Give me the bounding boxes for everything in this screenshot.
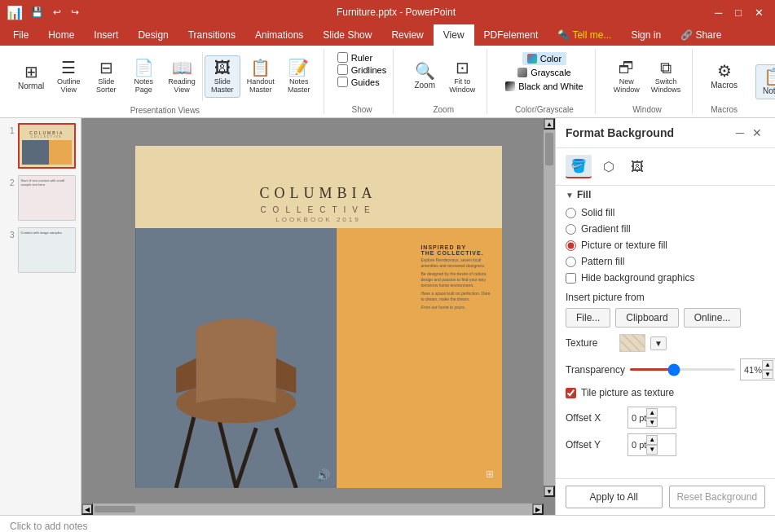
color-btn[interactable]: Color [522, 52, 566, 65]
offset-x-label: Offset X [566, 412, 623, 424]
slide-num-2: 2 [5, 178, 15, 221]
tab-file[interactable]: File [3, 24, 38, 46]
file-btn[interactable]: File... [566, 308, 610, 328]
reading-view-btn[interactable]: 📖 ReadingView [163, 56, 200, 97]
tab-review[interactable]: Review [381, 24, 433, 46]
slide-chair-bg: 🔊 [135, 228, 337, 488]
online-btn[interactable]: Online... [684, 308, 742, 328]
zoom-btn[interactable]: 🔍 Zoom [407, 59, 443, 93]
tab-animations[interactable]: Animations [245, 24, 313, 46]
reset-background-btn[interactable]: Reset Background [669, 486, 766, 508]
pattern-fill-radio[interactable] [566, 257, 576, 267]
solid-fill-radio[interactable] [566, 208, 576, 218]
transparency-up-btn[interactable]: ▲ [762, 360, 773, 370]
macros-btn[interactable]: ⚙ Macros [706, 59, 742, 93]
fill-section-header[interactable]: ▼ Fill [566, 189, 765, 200]
panel-footer: Apply to All Reset Background [556, 478, 775, 515]
macros-icon: ⚙ [717, 63, 732, 79]
offset-x-down-btn[interactable]: ▼ [646, 418, 658, 428]
apply-to-all-btn[interactable]: Apply to All [566, 486, 663, 508]
switch-windows-btn[interactable]: ⧉ SwitchWindows [646, 56, 686, 97]
scroll-left-btn[interactable]: ◀ [81, 503, 93, 515]
color-grayscale-group: Color Grayscale Black and White Color/Gr… [494, 49, 595, 114]
panel-minimize-btn[interactable]: ─ [733, 125, 747, 141]
notes-master-icon: 📝 [288, 59, 309, 76]
picture-texture-radio[interactable] [566, 240, 576, 251]
tab-design[interactable]: Design [128, 24, 178, 46]
gridlines-checkbox[interactable] [337, 64, 348, 75]
tab-tell-me[interactable]: 🔦 Tell me... [548, 24, 621, 46]
tile-picture-checkbox[interactable] [566, 388, 576, 398]
save-quick-btn[interactable]: 💾 [28, 5, 46, 20]
panel-close-btn[interactable]: ✕ [749, 125, 765, 141]
transparency-slider[interactable] [630, 368, 735, 371]
notes-ribbon-btn[interactable]: 📋 Notes [755, 64, 775, 99]
slide-thumb-3[interactable]: 3 Content with image samples [3, 226, 77, 275]
offset-y-spinner: ▲ ▼ [646, 435, 658, 454]
slide-canvas[interactable]: COLUMBIA COLLECTIVE LOOKBOOK 2019 [135, 146, 502, 488]
offset-y-row: Offset Y 0 pt ▲ ▼ [566, 433, 765, 455]
slide-sorter-btn[interactable]: ⊟ SlideSorter [88, 56, 124, 97]
zoom-icon: 🔍 [415, 63, 435, 79]
scroll-right-btn[interactable]: ▶ [532, 503, 544, 515]
offset-y-down-btn[interactable]: ▼ [646, 445, 658, 455]
scroll-down-btn[interactable]: ▼ [544, 486, 555, 497]
slide-the-collective: THE COLLECTIVE. [421, 250, 493, 256]
clipboard-btn[interactable]: Clipboard [615, 308, 678, 328]
scroll-up-btn[interactable]: ▲ [544, 118, 555, 130]
guides-checkbox[interactable] [337, 77, 348, 87]
fill-icon-btn[interactable]: 🪣 [566, 155, 592, 178]
slide-body-text-2: Be designed by the desire of culture, de… [421, 271, 493, 288]
undo-quick-btn[interactable]: ↩ [50, 5, 64, 20]
ribbon: File Home Insert Design Transitions Anim… [0, 24, 775, 118]
offset-y-up-btn[interactable]: ▲ [646, 435, 658, 445]
normal-view-btn[interactable]: ⊞ Normal [13, 60, 49, 94]
slide-subtitle: COLLECTIVE [135, 205, 502, 214]
hide-background-checkbox[interactable] [566, 273, 576, 284]
color-grayscale-label: Color/Grayscale [515, 103, 574, 114]
ruler-checkbox[interactable] [337, 52, 348, 63]
picture-icon-btn[interactable]: 🖼 [626, 155, 649, 178]
macros-group: ⚙ Macros Macros [699, 49, 749, 114]
ruler-checkbox-label[interactable]: Ruler [337, 52, 372, 63]
notes-bar: Click to add notes [0, 515, 775, 532]
slide-thumb-1[interactable]: 1 COLUMBIA COLLECTIVE [3, 121, 77, 170]
maximize-btn[interactable]: □ [730, 5, 746, 20]
notes-ribbon-icon: 📋 [764, 68, 775, 85]
texture-dropdown-btn[interactable]: ▼ [650, 336, 667, 350]
slide-area: COLUMBIA COLLECTIVE LOOKBOOK 2019 [81, 118, 555, 515]
tab-home[interactable]: Home [38, 24, 84, 46]
tab-insert[interactable]: Insert [84, 24, 128, 46]
slide-thumb-2[interactable]: 2 Start of text content with small sampl… [3, 174, 77, 222]
gridlines-checkbox-label[interactable]: Gridlines [337, 64, 386, 75]
redo-quick-btn[interactable]: ↪ [68, 5, 82, 20]
insert-picture-row: File... Clipboard Online... [566, 308, 765, 328]
effects-icon-btn[interactable]: ⬡ [598, 155, 619, 178]
tab-view[interactable]: View [434, 24, 474, 46]
new-window-icon: 🗗 [619, 59, 635, 76]
gradient-fill-radio[interactable] [566, 224, 576, 235]
new-window-btn[interactable]: 🗗 NewWindow [609, 56, 645, 97]
notes-page-btn[interactable]: 📄 NotesPage [125, 56, 161, 97]
slide-master-btn[interactable]: 🖼 SlideMaster [205, 55, 240, 98]
click-to-add-notes[interactable]: Click to add notes [10, 521, 87, 532]
format-panel-title: Format Background [566, 126, 674, 139]
tab-pdfelement[interactable]: PDFelement [474, 24, 548, 46]
slide-inspired-text: INSPIRED BY [421, 244, 493, 250]
handout-master-btn[interactable]: 📋 HandoutMaster [242, 56, 280, 97]
notes-master-btn[interactable]: 📝 NotesMaster [281, 56, 317, 97]
outline-view-btn[interactable]: ☰ OutlineView [51, 56, 86, 97]
offset-x-up-btn[interactable]: ▲ [646, 408, 658, 418]
tab-slide-show[interactable]: Slide Show [313, 24, 381, 46]
black-white-btn[interactable]: Black and White [500, 80, 588, 93]
guides-checkbox-label[interactable]: Guides [337, 77, 380, 87]
tab-sign-in[interactable]: Sign in [621, 24, 671, 46]
close-btn[interactable]: ✕ [750, 5, 768, 20]
window-group: 🗗 NewWindow ⧉ SwitchWindows Window [602, 49, 694, 114]
grayscale-btn[interactable]: Grayscale [513, 66, 576, 79]
transparency-down-btn[interactable]: ▼ [762, 370, 773, 380]
minimize-btn[interactable]: ─ [710, 5, 727, 20]
fit-to-window-btn[interactable]: ⊡ Fit toWindow [444, 56, 480, 97]
tab-share[interactable]: 🔗 Share [671, 24, 731, 46]
tab-transitions[interactable]: Transitions [178, 24, 245, 46]
